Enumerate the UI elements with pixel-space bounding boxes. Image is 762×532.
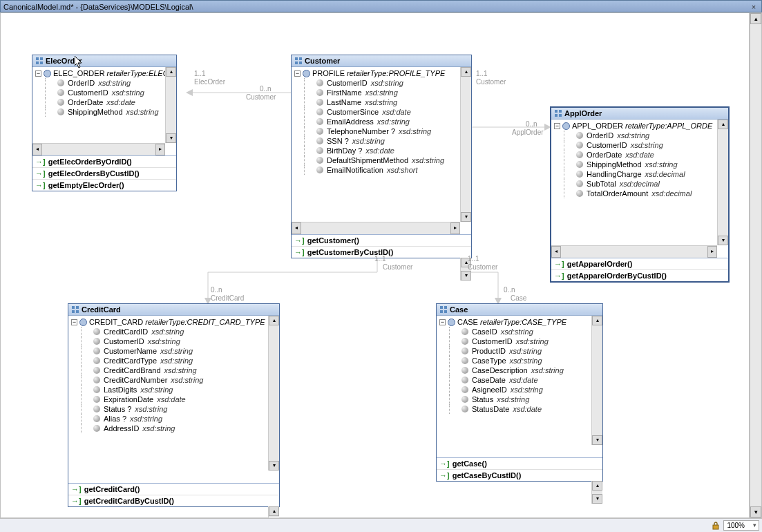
attribute-row[interactable]: CreditCardType xsd:string [68, 356, 279, 365]
attribute-row[interactable]: CustomerID xsd:string [292, 78, 471, 88]
scroll-down-icon[interactable]: ▾ [166, 133, 176, 143]
root-attribute[interactable]: − CREDIT_CARD retailerType:CREDIT_CARD_T… [68, 317, 279, 327]
entity-creditcard[interactable]: CreditCard − CREDIT_CARD retailerType:CR… [68, 303, 280, 507]
scroll-down-icon[interactable]: ▾ [461, 271, 471, 281]
attribute-row[interactable]: CustomerName xsd:string [68, 346, 279, 356]
entity-header[interactable]: ApplOrder [551, 108, 728, 120]
root-attribute[interactable]: − ELEC_ORDER retailerType:ELEC_ [32, 68, 176, 78]
attr-vscroll[interactable]: ▴▾ [165, 67, 176, 143]
attribute-row[interactable]: LastName xsd:string [292, 97, 471, 107]
root-attribute[interactable]: − PROFILE retailerType:PROFILE_TYPE [292, 68, 471, 78]
zoom-select[interactable]: 100% [723, 520, 759, 531]
collapse-icon[interactable]: − [294, 70, 301, 77]
attribute-row[interactable]: ProductID xsd:string [437, 346, 602, 356]
diagram-canvas[interactable]: ElecOrder − ELEC_ORDER retailerType:ELEC… [0, 12, 750, 518]
attribute-row[interactable]: LastDigits xsd:string [68, 385, 279, 395]
scroll-down-icon[interactable]: ▾ [461, 212, 471, 222]
close-icon[interactable]: × [749, 1, 759, 10]
attribute-row[interactable]: AsigneeID xsd:string [437, 385, 602, 395]
attribute-row[interactable]: CustomerID xsd:string [437, 336, 602, 346]
attribute-row[interactable]: TelephoneNumber ? xsd:string [292, 126, 471, 136]
method-row[interactable]: →]getCase() [437, 458, 602, 469]
method-row[interactable]: →]getCreditCard() [68, 484, 279, 495]
attr-hscroll[interactable]: ◂▸ [551, 245, 717, 258]
method-row[interactable]: →]getCustomer() [292, 235, 471, 246]
scroll-down-icon[interactable]: ▾ [718, 236, 728, 245]
attribute-row[interactable]: DefaultShipmentMethod xsd:string [292, 155, 471, 165]
attribute-row[interactable]: CustomerID xsd:string [32, 88, 176, 97]
attribute-row[interactable]: OrderDate xsd:date [32, 97, 176, 107]
scroll-down-icon[interactable]: ▾ [750, 506, 761, 517]
method-row[interactable]: →]getCreditCardByCustID() [68, 495, 279, 506]
attr-vscroll[interactable]: ▴▾ [460, 67, 471, 222]
attribute-row[interactable]: ShippingMethod xsd:string [551, 160, 728, 169]
collapse-icon[interactable]: − [35, 70, 41, 77]
attribute-row[interactable]: Alias ? xsd:string [68, 414, 279, 424]
scroll-up-icon[interactable]: ▴ [269, 506, 279, 516]
attribute-row[interactable]: FirstName xsd:string [292, 88, 471, 97]
method-row[interactable]: →]getCaseByCustID() [437, 469, 602, 481]
attribute-row[interactable]: CustomerSince xsd:date [292, 107, 471, 117]
entity-header[interactable]: Case [437, 304, 602, 316]
attribute-row[interactable]: OrderDate xsd:date [551, 150, 728, 160]
attribute-row[interactable]: CaseID xsd:string [437, 327, 602, 336]
entity-customer[interactable]: Customer − PROFILE retailerType:PROFILE_… [291, 55, 472, 258]
attribute-row[interactable]: CreditCardID xsd:string [68, 327, 279, 336]
scroll-down-icon[interactable]: ▾ [269, 461, 279, 471]
attribute-row[interactable]: OrderID xsd:string [32, 78, 176, 88]
attribute-row[interactable]: CaseType xsd:string [437, 356, 602, 365]
attribute-row[interactable]: CustomerID xsd:string [68, 336, 279, 346]
attribute-row[interactable]: EmailAddress xsd:string [292, 117, 471, 126]
root-attribute[interactable]: − APPL_ORDER retailerType:APPL_ORDE [551, 121, 728, 131]
scroll-left-icon[interactable]: ◂ [32, 144, 42, 155]
attribute-row[interactable]: Status xsd:string [437, 395, 602, 404]
attribute-row[interactable]: Status ? xsd:string [68, 404, 279, 414]
collapse-icon[interactable]: − [554, 123, 560, 129]
scroll-up-icon[interactable]: ▴ [592, 316, 602, 325]
entity-header[interactable]: Customer [292, 55, 471, 67]
attr-vscroll[interactable]: ▴▾ [268, 316, 279, 471]
collapse-icon[interactable]: − [71, 319, 77, 325]
scroll-up-icon[interactable]: ▴ [592, 481, 602, 491]
attr-vscroll[interactable]: ▴▾ [717, 120, 728, 245]
scroll-down-icon[interactable]: ▾ [592, 494, 602, 504]
attribute-row[interactable]: BirthDay ? xsd:date [292, 146, 471, 155]
attribute-row[interactable]: ShippingMethod xsd:string [32, 107, 176, 117]
scroll-right-icon[interactable]: ▸ [450, 222, 460, 234]
attribute-row[interactable]: SubTotal xsd:decimal [551, 179, 728, 189]
entity-header[interactable]: CreditCard [68, 304, 279, 316]
method-row[interactable]: →]getElecOrderByOrdID() [32, 156, 176, 167]
entity-header[interactable]: ElecOrder [32, 55, 176, 67]
method-row[interactable]: →]getEmptyElecOrder() [32, 179, 176, 191]
collapse-icon[interactable]: − [439, 319, 446, 325]
scroll-left-icon[interactable]: ◂ [551, 246, 561, 258]
attribute-row[interactable]: CreditCardBrand xsd:string [68, 365, 279, 375]
attribute-row[interactable]: OrderID xsd:string [551, 131, 728, 140]
method-row[interactable]: →]getApparelOrderByCustID() [551, 269, 728, 281]
attribute-row[interactable]: AddressID xsd:string [68, 424, 279, 433]
scroll-right-icon[interactable]: ▸ [155, 144, 165, 155]
attr-hscroll[interactable]: ◂▸ [292, 222, 460, 234]
attribute-row[interactable]: CustomerID xsd:string [551, 140, 728, 150]
attribute-row[interactable]: CreditCardNumber xsd:string [68, 375, 279, 385]
attribute-row[interactable]: ExpirationDate xsd:date [68, 395, 279, 404]
attribute-row[interactable]: TotalOrderAmount xsd:decimal [551, 189, 728, 198]
attr-hscroll[interactable]: ◂▸ [32, 143, 165, 155]
scroll-right-icon[interactable]: ▸ [707, 246, 717, 258]
attr-vscroll[interactable]: ▴▾ [591, 316, 602, 445]
attribute-row[interactable]: CaseDate xsd:date [437, 375, 602, 385]
attribute-row[interactable]: HandlingCharge xsd:decimal [551, 169, 728, 179]
method-row[interactable]: →]getElecOrdersByCustID() [32, 167, 176, 179]
entity-case[interactable]: Case − CASE retailerType:CASE_TYPE CaseI… [436, 303, 603, 482]
attribute-row[interactable]: SSN ? xsd:string [292, 136, 471, 146]
methods-vscroll[interactable]: ▴▾ [591, 481, 602, 504]
entity-applorder[interactable]: ApplOrder − APPL_ORDER retailerType:APPL… [550, 106, 730, 283]
root-attribute[interactable]: − CASE retailerType:CASE_TYPE [437, 317, 602, 327]
main-vscroll[interactable]: ▴ ▾ [750, 12, 762, 518]
attribute-row[interactable]: StatusDate xsd:date [437, 404, 602, 414]
scroll-up-icon[interactable]: ▴ [750, 13, 761, 24]
scroll-up-icon[interactable]: ▴ [166, 67, 176, 77]
attribute-row[interactable]: EmailNotification xsd:short [292, 165, 471, 175]
scroll-left-icon[interactable]: ◂ [292, 222, 301, 234]
scroll-up-icon[interactable]: ▴ [718, 120, 728, 129]
